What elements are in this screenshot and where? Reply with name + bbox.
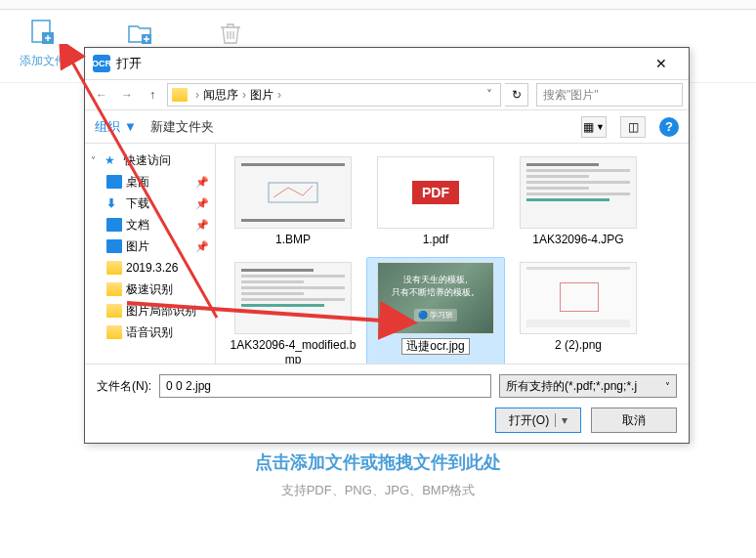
open-button[interactable]: 打开(O) ▾ (495, 408, 581, 433)
tree-pictures[interactable]: 图片 📌 (85, 236, 215, 257)
breadcrumb-sep: › (240, 88, 248, 102)
file-name: 2 (2).png (555, 338, 602, 354)
breadcrumb-seg[interactable]: 图片 (250, 87, 273, 104)
dropzone-main-text: 点击添加文件或拖拽文件到此处 (255, 451, 501, 474)
dialog-title: 打开 (116, 55, 642, 72)
file-thumbnail: 没有天生的模板, 只有不断培养的模板。 🔵 学习班 (377, 262, 494, 334)
tree-folder-voice[interactable]: 语音识别 (85, 322, 215, 343)
folder-icon (106, 261, 122, 275)
star-icon: ★ (105, 153, 120, 167)
help-button[interactable]: ? (659, 117, 679, 137)
pin-icon: 📌 (195, 197, 209, 210)
tree-folder-fast[interactable]: 极速识别 (85, 279, 215, 300)
svg-rect-5 (269, 183, 317, 202)
file-item[interactable]: 1AK32096-4_modified.bmp (224, 257, 362, 364)
view-mode-button[interactable]: ▦▼ (581, 116, 607, 138)
folder-icon (106, 282, 122, 296)
tree-downloads[interactable]: ⬇ 下载 📌 (85, 193, 215, 214)
chevron-down-icon: ˅ (665, 381, 670, 392)
search-placeholder: 搜索"图片" (543, 87, 599, 104)
filename-label: 文件名(N): (97, 378, 151, 395)
add-file-icon (27, 18, 59, 49)
nav-up-button[interactable]: ↑ (142, 84, 163, 106)
breadcrumb-sep: › (193, 88, 201, 102)
file-item[interactable]: PDF 1.pdf (366, 151, 505, 253)
nav-back-button[interactable]: ← (91, 84, 112, 106)
tree-desktop[interactable]: 桌面 📌 (85, 171, 215, 193)
dropzone-sub-text: 支持PDF、PNG、JPG、BMP格式 (281, 482, 476, 499)
thumbnails-icon: ▦ (583, 120, 594, 134)
tree-quick-access[interactable]: ˅ ★ 快速访问 (85, 150, 215, 171)
open-file-dialog: OCR 打开 ✕ ← → ↑ › 闻思序 › 图片 › ˅ ↻ 搜索"图片" 组… (84, 47, 690, 444)
pin-icon: 📌 (195, 176, 209, 189)
organize-button[interactable]: 组织 ▼ (95, 118, 137, 136)
file-list: 1.BMP PDF 1.pdf 1AK32096-4.JPG 1AK32096-… (216, 144, 689, 364)
file-thumbnail (234, 156, 352, 229)
filetype-select[interactable]: 所有支持的(*.pdf;*.png;*.j ˅ (499, 374, 677, 398)
file-name: 1AK32096-4_modified.bmp (230, 338, 357, 364)
pictures-icon (106, 239, 122, 253)
add-file-label: 添加文件 (20, 53, 66, 69)
add-file-button[interactable]: 添加文件 (20, 18, 66, 69)
file-thumbnail (520, 262, 637, 334)
pdf-icon: PDF (412, 181, 459, 204)
cancel-button[interactable]: 取消 (591, 408, 677, 433)
file-item-selected[interactable]: 没有天生的模板, 只有不断培养的模板。 🔵 学习班 迅捷ocr.jpg (366, 257, 505, 364)
file-item[interactable]: 1.BMP (224, 151, 362, 253)
tree-folder-partial[interactable]: 图片局部识别 (85, 300, 215, 322)
back-icon: ← (96, 88, 107, 102)
folder-tool-button[interactable] (125, 18, 156, 49)
trash-icon (215, 18, 246, 49)
filename-input[interactable] (159, 374, 491, 398)
close-icon: ✕ (655, 56, 667, 71)
folder-icon (106, 304, 122, 318)
pin-icon: 📌 (195, 219, 209, 232)
split-button-arrow-icon[interactable]: ▾ (555, 413, 567, 427)
breadcrumb-seg[interactable]: 闻思序 (203, 87, 238, 104)
chevron-down-icon: ▼ (124, 119, 137, 134)
file-thumbnail (234, 262, 352, 334)
tree-documents[interactable]: 文档 📌 (85, 214, 215, 236)
file-thumbnail (520, 156, 637, 229)
address-bar[interactable]: › 闻思序 › 图片 › ˅ (167, 83, 501, 107)
file-name: 1.pdf (423, 233, 449, 248)
new-folder-button[interactable]: 新建文件夹 (150, 118, 214, 136)
file-name: 迅捷ocr.jpg (401, 338, 469, 356)
refresh-button[interactable]: ↻ (505, 83, 528, 107)
refresh-icon: ↻ (512, 88, 522, 102)
help-icon: ? (665, 119, 673, 134)
tree-caret-icon: ˅ (91, 155, 101, 166)
desktop-icon (106, 175, 122, 189)
file-name: 1.BMP (275, 233, 311, 248)
nav-forward-button[interactable]: → (116, 84, 138, 106)
folder-icon (106, 325, 122, 339)
forward-icon: → (121, 88, 133, 102)
preview-pane-button[interactable]: ◫ (620, 116, 646, 138)
pin-icon: 📌 (195, 240, 209, 253)
search-input[interactable]: 搜索"图片" (536, 83, 683, 107)
folder-icon (125, 18, 156, 49)
file-thumbnail: PDF (377, 156, 494, 229)
dialog-app-icon: OCR (93, 55, 110, 72)
download-icon: ⬇ (106, 196, 122, 210)
file-item[interactable]: 2 (2).png (509, 257, 648, 364)
document-icon (106, 218, 122, 232)
breadcrumb-sep: › (275, 88, 283, 102)
close-button[interactable]: ✕ (642, 50, 681, 77)
folder-icon (172, 88, 188, 102)
file-item[interactable]: 1AK32096-4.JPG (509, 151, 648, 253)
folder-tree: ˅ ★ 快速访问 桌面 📌 ⬇ 下载 📌 文档 📌 图片 (85, 144, 216, 364)
tree-folder-date[interactable]: 2019.3.26 (85, 257, 215, 279)
trash-tool-button[interactable] (215, 18, 246, 49)
address-dropdown-button[interactable]: ˅ (483, 88, 496, 102)
file-name: 1AK32096-4.JPG (532, 233, 623, 248)
panel-icon: ◫ (628, 120, 639, 134)
up-icon: ↑ (149, 88, 155, 102)
